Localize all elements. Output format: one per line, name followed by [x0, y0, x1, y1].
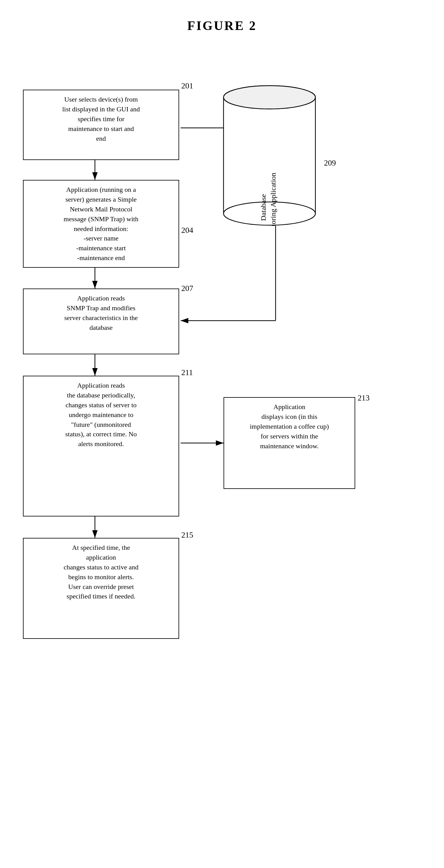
ref-215: 215 [181, 530, 193, 540]
ref-213: 213 [358, 394, 369, 403]
box-213: Applicationdisplays icon (in thisimpleme… [224, 397, 355, 489]
figure-title: FIGURE 2 [0, 0, 444, 42]
box-207: Application readsSNMP Trap and modifiess… [23, 288, 179, 354]
box-211: Application readsthe database periodical… [23, 376, 179, 517]
ref-204: 204 [181, 226, 193, 235]
box-204: Application (running on aserver) generat… [23, 180, 179, 268]
ref-201: 201 [181, 82, 193, 91]
svg-point-14 [224, 86, 316, 109]
svg-text:Database: Database [259, 194, 267, 221]
ref-207: 207 [181, 284, 193, 293]
ref-209: 209 [324, 158, 336, 168]
box-215-label: At specified time, theapplicationchanges… [64, 544, 139, 600]
diagram-area: User selects device(s) fromlist displaye… [0, 42, 444, 868]
box-201-label: User selects device(s) fromlist displaye… [62, 95, 140, 142]
ref-211: 211 [181, 368, 193, 377]
page-container: FIGURE 2 [0, 0, 444, 868]
box-211-label: Application readsthe database periodical… [65, 381, 137, 447]
box-207-label: Application readsSNMP Trap and modifiess… [64, 294, 138, 331]
box-213-label: Applicationdisplays icon (in thisimpleme… [250, 403, 329, 450]
box-201: User selects device(s) fromlist displaye… [23, 90, 179, 160]
db-209: Monitoring Application Database [220, 73, 319, 227]
box-204-label: Application (running on aserver) generat… [64, 186, 139, 261]
svg-text:Monitoring Application: Monitoring Application [269, 173, 277, 226]
box-215: At specified time, theapplicationchanges… [23, 538, 179, 639]
